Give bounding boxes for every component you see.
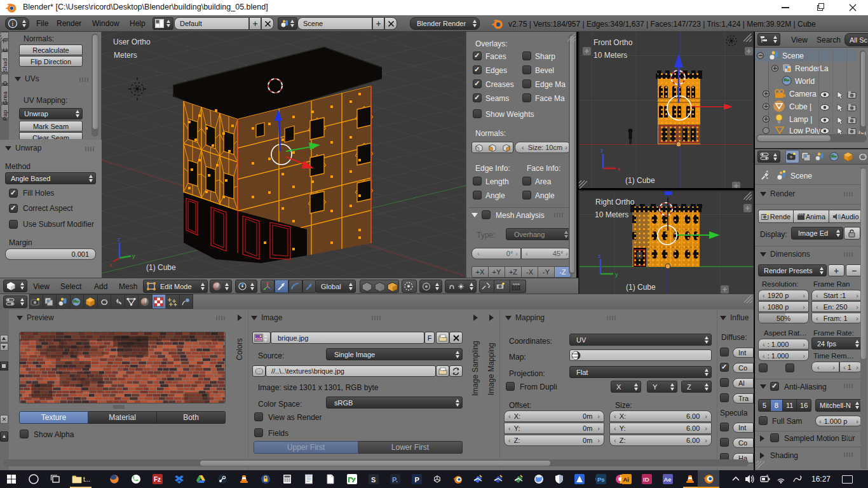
svg-text:Meters: Meters (114, 51, 137, 60)
svg-text:Ai: Ai (623, 476, 630, 483)
svg-text:Fz: Fz (154, 476, 161, 483)
svg-text:Pap: Pap (1, 110, 8, 121)
svg-text:(1) Cube: (1) Cube (146, 263, 176, 272)
svg-text:(1) Cube: (1) Cube (626, 283, 656, 292)
svg-text:i: i (12, 20, 14, 27)
svg-text:(1) Cube: (1) Cube (625, 176, 655, 185)
svg-text:ID: ID (643, 476, 649, 483)
svg-text:x: x (109, 262, 112, 268)
svg-text:P.: P. (392, 476, 398, 484)
svg-text:z: z (118, 236, 121, 243)
svg-text:S: S (371, 476, 376, 484)
svg-text:C: C (1, 48, 8, 52)
svg-text:User Ortho: User Ortho (113, 37, 151, 46)
svg-text:y: y (615, 271, 618, 278)
svg-text:y: y (132, 253, 135, 259)
svg-text:10 Meters: 10 Meters (593, 51, 627, 60)
svg-text:Front Ortho: Front Ortho (593, 38, 633, 47)
svg-text:Ae: Ae (664, 476, 672, 483)
svg-text:z: z (600, 147, 604, 154)
svg-text:Shad: Shad (1, 58, 8, 72)
svg-text:z: z (598, 253, 601, 259)
svg-text:10 Meters: 10 Meters (595, 210, 628, 219)
svg-text:Grea: Grea (1, 91, 8, 105)
svg-text:x: x (618, 166, 621, 172)
svg-text:Right Ortho: Right Ortho (595, 198, 635, 207)
svg-text:Ps: Ps (597, 476, 605, 483)
svg-text:O: O (1, 81, 8, 86)
svg-text:P: P (415, 476, 419, 484)
